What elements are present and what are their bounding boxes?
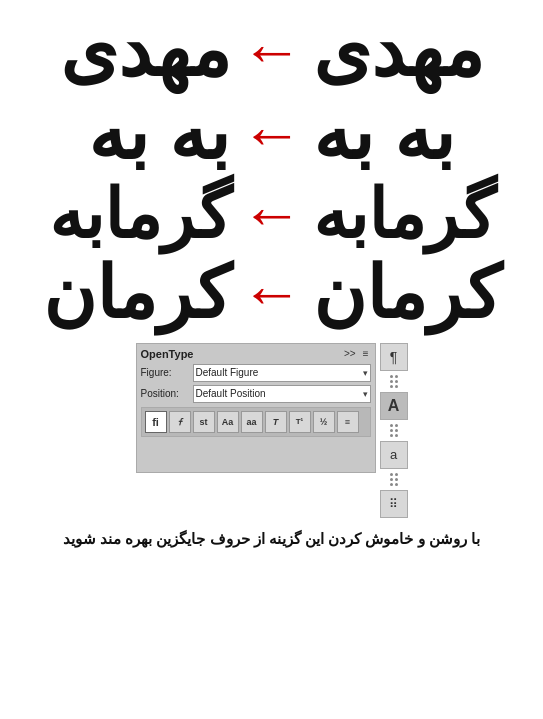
side-btn-a1[interactable]: A xyxy=(380,392,408,420)
icon-btn-st[interactable]: st xyxy=(193,411,215,433)
side-dots-3 xyxy=(390,473,398,486)
side-btn-para[interactable]: ¶ xyxy=(380,343,408,371)
word-right-3: گرمابه xyxy=(313,177,495,252)
figure-select[interactable]: Default Figure xyxy=(193,364,371,382)
icon-btn-aa-cap[interactable]: Aa xyxy=(217,411,239,433)
panel-icons-row: fi ꬵ st Aa aa T T¹ ½ ≡ xyxy=(141,407,371,437)
word-right-2: به به xyxy=(313,93,456,174)
icon-btn-aa[interactable]: aa xyxy=(241,411,263,433)
panel-controls: >> ≡ xyxy=(342,348,371,359)
arrow-3: ← xyxy=(241,180,303,248)
arrow-1: ← xyxy=(241,17,303,85)
figure-label: Figure: xyxy=(141,367,193,378)
word-left-3: گرمابه xyxy=(49,177,231,252)
position-select-wrapper: Default Position xyxy=(193,385,371,403)
panel-menu-btn[interactable]: ≡ xyxy=(361,348,371,359)
side-btn-grid[interactable]: ⠿ xyxy=(380,490,408,518)
text-row-1: مهدی ← مهدی xyxy=(10,10,533,91)
bottom-text: با روشن و خاموش کردن این گزینه از حروف ج… xyxy=(0,528,543,549)
figure-row: Figure: Default Figure xyxy=(141,364,371,382)
icon-btn-half[interactable]: ½ xyxy=(313,411,335,433)
position-row: Position: Default Position xyxy=(141,385,371,403)
text-row-3: گرمابه ← گرمابه xyxy=(10,177,533,252)
arrow-4: ← xyxy=(241,259,303,327)
arrow-2: ← xyxy=(241,100,303,168)
icon-btn-t1[interactable]: T¹ xyxy=(289,411,311,433)
panel-section: OpenType >> ≡ Figure: Default Figure Pos… xyxy=(0,343,543,518)
side-dots xyxy=(390,375,398,388)
position-label: Position: xyxy=(141,388,193,399)
text-row-4: کرمان ← کرمان xyxy=(10,254,533,333)
side-panel: ¶ A a ⠿ xyxy=(380,343,408,518)
word-left-2: به به xyxy=(88,93,231,174)
position-select[interactable]: Default Position xyxy=(193,385,371,403)
word-left-1: مهدی xyxy=(60,10,231,91)
text-row-2: به به ← به به xyxy=(10,93,533,174)
icon-btn-fi[interactable]: fi xyxy=(145,411,167,433)
icon-btn-more[interactable]: ≡ xyxy=(337,411,359,433)
icon-btn-t[interactable]: T xyxy=(265,411,287,433)
panel-expand-btn[interactable]: >> xyxy=(342,348,358,359)
word-right-1: مهدی xyxy=(313,10,484,91)
panel-title: OpenType xyxy=(141,348,194,360)
figure-select-wrapper: Default Figure xyxy=(193,364,371,382)
icon-btn-lig[interactable]: ꬵ xyxy=(169,411,191,433)
word-left-4: کرمان xyxy=(43,254,231,333)
word-right-4: کرمان xyxy=(313,254,501,333)
panel-header: OpenType >> ≡ xyxy=(141,348,371,360)
main-container: مهدی ← مهدی به به ← به به گرمابه ← گرماب… xyxy=(0,0,543,719)
side-btn-a2[interactable]: a xyxy=(380,441,408,469)
side-dots-2 xyxy=(390,424,398,437)
text-rows: مهدی ← مهدی به به ← به به گرمابه ← گرماب… xyxy=(0,10,543,335)
opentype-panel: OpenType >> ≡ Figure: Default Figure Pos… xyxy=(136,343,376,473)
